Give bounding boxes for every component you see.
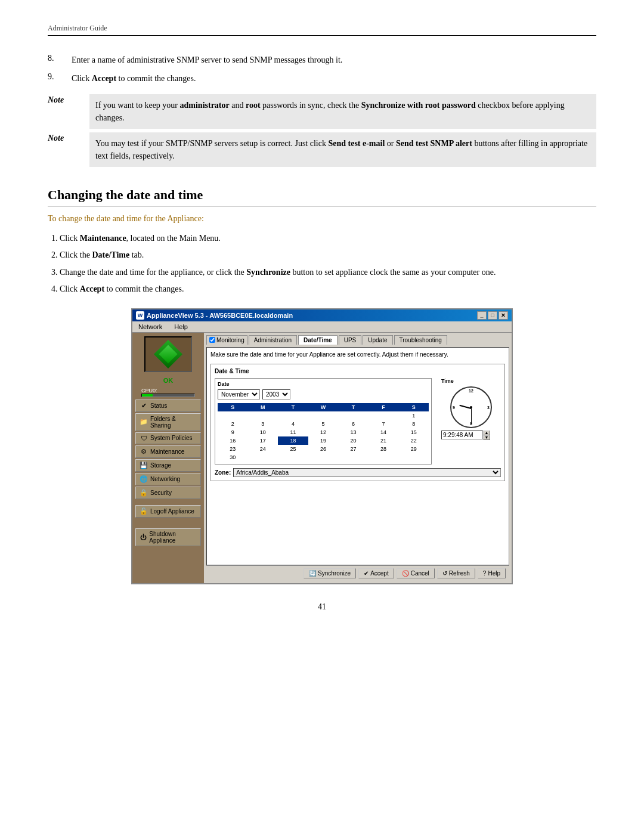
- cal-day[interactable]: [338, 453, 369, 462]
- intro-steps: 8. Enter a name of administrative SNMP s…: [48, 54, 596, 85]
- cal-day[interactable]: 24: [248, 445, 278, 453]
- minimize-button[interactable]: _: [477, 311, 487, 320]
- year-select[interactable]: 2003: [262, 389, 290, 400]
- tab-troubleshooting[interactable]: Troubleshooting: [394, 335, 447, 345]
- close-button[interactable]: ✕: [499, 311, 508, 320]
- tab-administration-label: Administration: [254, 337, 292, 343]
- cal-day[interactable]: 28: [369, 445, 399, 453]
- cal-day[interactable]: 17: [248, 436, 278, 445]
- cal-day[interactable]: 15: [398, 428, 429, 436]
- cal-day[interactable]: 11: [278, 428, 308, 436]
- cal-day[interactable]: [369, 411, 399, 420]
- section-link[interactable]: To change the date and time for the Appl…: [48, 214, 596, 224]
- nav-networking[interactable]: 🌐 Networking: [135, 473, 201, 485]
- nav-maintenance[interactable]: ⚙ Maintenance: [135, 445, 201, 458]
- window-body: OK CPU0: ✔ Status 📁 Folders & Sharing: [132, 333, 512, 583]
- month-select[interactable]: November: [218, 389, 260, 400]
- tab-ups[interactable]: UPS: [339, 335, 362, 345]
- help-icon: ?: [483, 570, 487, 577]
- nav-shutdown-label: Shutdown Appliance: [149, 531, 197, 544]
- help-label: Help: [488, 570, 500, 577]
- cal-day[interactable]: 9: [218, 428, 248, 436]
- cancel-button[interactable]: 🚫 Cancel: [397, 568, 435, 578]
- nav-storage[interactable]: 💾 Storage: [135, 459, 201, 472]
- tab-datetime[interactable]: Date/Time: [298, 335, 338, 345]
- cal-day[interactable]: [248, 453, 278, 462]
- titlebar-buttons: _ □ ✕: [477, 311, 508, 320]
- cpu-bar: [141, 394, 195, 397]
- cal-day[interactable]: 23: [218, 445, 248, 453]
- cal-day[interactable]: 7: [369, 420, 399, 428]
- time-up-button[interactable]: ▲: [483, 431, 490, 435]
- cal-day[interactable]: 2: [218, 420, 248, 428]
- cal-day[interactable]: 27: [338, 445, 369, 453]
- cal-day[interactable]: [398, 453, 429, 462]
- tab-update[interactable]: Update: [363, 335, 392, 345]
- cal-week-3: 9 10 11 12 13 14 15: [218, 428, 429, 436]
- nav-security[interactable]: 🔒 Security: [135, 487, 201, 499]
- datetime-legend: Date & Time: [215, 368, 501, 374]
- cal-day[interactable]: 4: [278, 420, 308, 428]
- cal-day[interactable]: 10: [248, 428, 278, 436]
- cal-day[interactable]: 30: [218, 453, 248, 462]
- note-label-1: Note: [48, 94, 89, 132]
- menu-help[interactable]: Help: [172, 323, 190, 331]
- monitoring-checkbox[interactable]: [209, 337, 215, 343]
- cal-day[interactable]: 5: [308, 420, 339, 428]
- cal-day[interactable]: 14: [369, 428, 399, 436]
- zone-label: Zone:: [215, 469, 231, 476]
- time-input[interactable]: [441, 431, 483, 439]
- cal-day[interactable]: 20: [338, 436, 369, 445]
- titlebar-icon: W: [136, 311, 144, 320]
- cal-day[interactable]: [338, 411, 369, 420]
- cal-day[interactable]: [308, 453, 339, 462]
- synchronize-label: Synchronize: [318, 570, 351, 577]
- cal-day[interactable]: 29: [398, 445, 429, 453]
- section-step-3: Change the date and time for the applian…: [60, 266, 596, 279]
- synchronize-button[interactable]: 🔄 Synchronize: [304, 568, 356, 578]
- maximize-button[interactable]: □: [488, 311, 497, 320]
- refresh-icon: ↺: [442, 570, 447, 577]
- help-button[interactable]: ? Help: [478, 568, 506, 578]
- header-title: Administrator Guide: [48, 24, 107, 32]
- cal-day[interactable]: 1: [398, 411, 429, 420]
- nav-status[interactable]: ✔ Status: [135, 400, 201, 412]
- menu-network[interactable]: Network: [136, 323, 165, 331]
- nav-security-label: Security: [150, 490, 172, 496]
- cal-day[interactable]: 25: [278, 445, 308, 453]
- zone-select[interactable]: Africa/Addis_Ababa: [233, 468, 501, 477]
- nav-logoff[interactable]: 🔓 Logoff Appliance: [135, 505, 201, 518]
- section-step-2: Click the Date/Time tab.: [60, 249, 596, 262]
- accept-button[interactable]: ✔ Accept: [358, 568, 394, 578]
- cal-day[interactable]: 21: [369, 436, 399, 445]
- cal-day[interactable]: [278, 453, 308, 462]
- tab-troubleshooting-label: Troubleshooting: [400, 337, 442, 343]
- bottom-bar: 🔄 Synchronize ✔ Accept 🚫 Cancel ↺ Refres…: [206, 565, 509, 581]
- cal-day[interactable]: [248, 411, 278, 420]
- cal-day[interactable]: [369, 453, 399, 462]
- cal-day[interactable]: [278, 411, 308, 420]
- refresh-button[interactable]: ↺ Refresh: [437, 568, 475, 578]
- cal-day[interactable]: 6: [338, 420, 369, 428]
- applianceview-window: W ApplianceView 5.3 - AW565BCE0E.localdo…: [131, 308, 513, 584]
- nav-system-policies[interactable]: 🛡 System Policies: [135, 432, 201, 444]
- ok-button[interactable]: OK: [163, 377, 174, 384]
- nav-shutdown[interactable]: ⏻ Shutdown Appliance: [135, 528, 201, 546]
- time-down-button[interactable]: ▼: [483, 435, 490, 440]
- cal-day[interactable]: 19: [308, 436, 339, 445]
- nav-folders[interactable]: 📁 Folders & Sharing: [135, 413, 201, 431]
- tab-monitoring[interactable]: Monitoring: [206, 335, 247, 345]
- cal-day[interactable]: 13: [338, 428, 369, 436]
- cal-day[interactable]: 16: [218, 436, 248, 445]
- cal-day[interactable]: 12: [308, 428, 339, 436]
- storage-icon: 💾: [140, 462, 148, 469]
- cal-day[interactable]: 3: [248, 420, 278, 428]
- cal-day[interactable]: [218, 411, 248, 420]
- cal-header-w: W: [308, 403, 339, 411]
- cal-day[interactable]: 26: [308, 445, 339, 453]
- cal-day-selected[interactable]: 18: [278, 436, 308, 445]
- cal-day[interactable]: [308, 411, 339, 420]
- cal-day[interactable]: 22: [398, 436, 429, 445]
- tab-administration[interactable]: Administration: [249, 335, 297, 345]
- cal-day[interactable]: 8: [398, 420, 429, 428]
